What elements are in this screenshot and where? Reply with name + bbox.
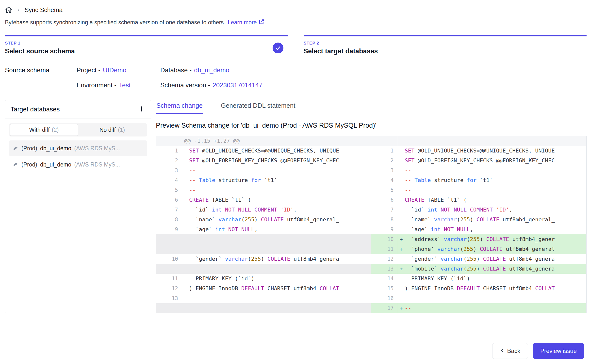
diff-code-line: -- — [182, 166, 371, 175]
diff-code-line: + `phone` varchar(255) COLLATE utf8mb4_g… — [398, 244, 587, 254]
diff-code-line: PRIMARY KEY (`id`) — [182, 274, 371, 284]
diff-code-line: `gender` varchar(255) COLLATE utf8mb4_ge… — [398, 254, 587, 264]
preview-tabs: Schema change Generated DDL statement — [156, 100, 587, 114]
project-link[interactable]: UIDemo — [103, 66, 126, 74]
line-marker — [182, 254, 189, 264]
diff-code-line: CREATE TABLE `t1` ( — [398, 195, 587, 205]
diff-code-line: `age` int NOT NULL, — [398, 225, 587, 234]
diff-code-line: `id` int NOT NULL COMMENT 'ID', — [182, 205, 371, 215]
source-schema-label: Source schema — [5, 66, 77, 74]
schema-version-link[interactable]: 20230317014147 — [213, 81, 262, 89]
diff-line-number: 15 — [371, 284, 398, 293]
diff-line-number: 11 — [156, 274, 182, 284]
diff-hunk-header — [398, 136, 587, 146]
tab-generated-ddl-statement[interactable]: Generated DDL statement — [220, 100, 296, 114]
description-text: Bytebase supports synchronizing a specif… — [5, 19, 225, 26]
diff-code-line: -- — [182, 185, 371, 195]
diff-hunk-header: @@ -1,15 +1,27 @@ — [182, 136, 371, 146]
target-database-item[interactable]: (Prod) db_ui_demo (AWS RDS MyS... — [9, 140, 147, 156]
line-marker — [398, 254, 405, 264]
mysql-engine-icon — [13, 162, 18, 167]
diff-code-line: SET @OLD_FOREIGN_KEY_CHECKS=@@FOREIGN_KE… — [398, 156, 587, 166]
add-target-database-button[interactable] — [138, 105, 146, 114]
line-marker — [398, 166, 405, 175]
diff-code-line: + `mobile` varchar(255) COLLATE utf8mb4_… — [398, 264, 587, 274]
check-circle-icon — [273, 43, 283, 53]
diff-viewer[interactable]: @@ -1,15 +1,27 @@1 SET @OLD_UNIQUE_CHECK… — [156, 136, 587, 313]
line-marker — [182, 185, 189, 195]
diff-line-number: 8 — [156, 215, 182, 225]
diff-line-number: 17 — [371, 303, 398, 313]
target-databases-panel: Target databases With diff (2) No diff (… — [5, 100, 151, 313]
step-2-label: STEP 2 — [304, 41, 378, 46]
tab-no-diff-label: No diff — [99, 127, 116, 133]
back-button[interactable]: Back — [492, 343, 528, 359]
line-marker — [182, 284, 189, 293]
environment-field-label: Environment - — [77, 81, 116, 89]
diff-line-number: 3 — [371, 166, 398, 175]
environment-field: Environment - Test — [77, 81, 160, 89]
preview-issue-button[interactable]: Preview issue — [533, 343, 584, 359]
line-marker — [398, 185, 405, 195]
diff-code-line — [182, 234, 371, 244]
diff-code-line — [398, 293, 587, 303]
step-indicator: STEP 1 Select source schema STEP 2 Selec… — [5, 35, 587, 55]
database-instance: (AWS RDS MyS... — [74, 161, 120, 168]
step-2: STEP 2 Select target databases — [304, 35, 587, 55]
tab-no-diff[interactable]: No diff (1) — [78, 124, 146, 136]
diff-line-number — [156, 303, 182, 313]
diff-line-number: 2 — [371, 156, 398, 166]
step-1-progress-bar — [5, 35, 288, 36]
line-marker — [398, 175, 405, 185]
sync-schema-page: Sync Schema Bytebase supports synchroniz… — [0, 0, 590, 364]
tab-with-diff-count: (2) — [52, 127, 59, 133]
step-1-title: Select source schema — [5, 47, 75, 55]
project-field: Project - UIDemo — [77, 66, 160, 74]
environment-link[interactable]: Test — [119, 81, 131, 89]
target-database-item[interactable]: (Prod) db_ui_demo (AWS RDS MyS... — [9, 157, 147, 172]
line-marker — [182, 175, 189, 185]
target-databases-title: Target databases — [11, 106, 60, 113]
diff-code-line: ) ENGINE=InnoDB DEFAULT CHARSET=utf8mb4 … — [398, 284, 587, 293]
line-marker — [182, 166, 189, 175]
diff-code-line: SET @OLD_UNIQUE_CHECKS=@@UNIQUE_CHECKS, … — [182, 146, 371, 156]
preview-title: Preview Schema change for 'db_ui_demo (P… — [156, 122, 587, 129]
added-line-marker: + — [398, 234, 405, 244]
step-2-title: Select target databases — [304, 47, 378, 55]
breadcrumb: Sync Schema — [5, 4, 587, 15]
database-field: Database - db_ui_demo — [160, 66, 587, 74]
page-title: Sync Schema — [25, 6, 63, 14]
diff-line-number: 5 — [371, 185, 398, 195]
line-marker — [182, 274, 189, 284]
tab-with-diff[interactable]: With diff (2) — [10, 124, 78, 136]
tab-schema-change[interactable]: Schema change — [156, 100, 203, 114]
line-marker — [398, 274, 405, 284]
diff-line-number: 9 — [371, 225, 398, 234]
line-marker — [398, 293, 405, 303]
database-name: db_ui_demo — [40, 145, 71, 152]
diff-code-line: CREATE TABLE `t1` ( — [182, 195, 371, 205]
diff-code-line: + `address` varchar(255) COLLATE utf8mb4… — [398, 234, 587, 244]
diff-code-line — [182, 244, 371, 254]
database-environment: (Prod) — [21, 161, 37, 168]
diff-line-number — [371, 136, 398, 146]
diff-code-line — [182, 303, 371, 313]
external-link-icon — [259, 19, 264, 26]
diff-code-line: -- — [398, 166, 587, 175]
project-field-label: Project - — [77, 66, 100, 74]
diff-code-line: `name` varchar(255) COLLATE utf8mb4_gene… — [398, 215, 587, 225]
chevron-right-icon — [16, 8, 21, 12]
diff-line-number: 12 — [371, 254, 398, 264]
database-link[interactable]: db_ui_demo — [194, 66, 229, 74]
diff-line-number: 7 — [371, 205, 398, 215]
added-line-marker: + — [398, 303, 405, 313]
home-icon[interactable] — [5, 6, 12, 14]
diff-code-line: `age` int NOT NULL, — [182, 225, 371, 234]
diff-code-line: SET @OLD_UNIQUE_CHECKS=@@UNIQUE_CHECKS, … — [398, 146, 587, 156]
line-marker — [398, 156, 405, 166]
diff-line-number: 2 — [156, 156, 182, 166]
content-area: Target databases With diff (2) No diff (… — [5, 100, 587, 313]
diff-line-number — [156, 234, 182, 244]
line-marker — [182, 205, 189, 215]
learn-more-link[interactable]: Learn more — [228, 19, 264, 26]
